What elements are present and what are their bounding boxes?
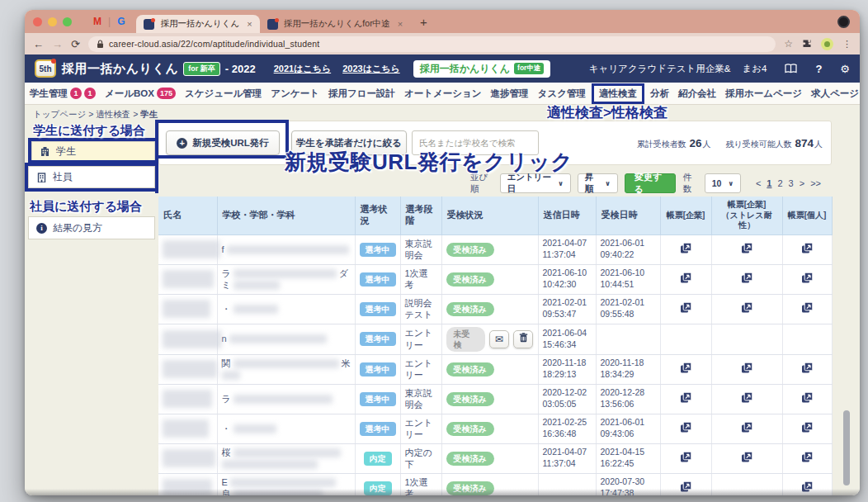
breadcrumb: トップページ > 適性検査 > 学生 <box>33 109 158 121</box>
report-individual-icon[interactable] <box>801 481 814 493</box>
nav-item-求人ページ[interactable]: 求人ページ <box>811 88 859 100</box>
report-company-stress-icon[interactable] <box>741 272 753 284</box>
google-icon[interactable]: G <box>117 16 125 27</box>
report-company-stress-icon[interactable] <box>741 242 753 254</box>
cell-report <box>660 324 711 354</box>
breadcrumb-home[interactable]: トップページ <box>33 109 86 119</box>
pagination-page-3[interactable]: 3 <box>789 178 794 188</box>
nav-item-進捗管理[interactable]: 進捗管理 <box>491 88 529 100</box>
total-examinees-stat: 累計受検者数 26人 <box>637 137 711 150</box>
new-tab-button[interactable]: + <box>420 15 427 29</box>
page-scrollbar-thumb[interactable] <box>843 410 850 485</box>
chevron-down-icon: ∨ <box>605 180 611 187</box>
nav-item-メールBOX[interactable]: メールBOX175 <box>105 88 176 100</box>
report-company-icon[interactable] <box>680 481 692 493</box>
nav-item-紹介会社[interactable]: 紹介会社 <box>678 88 716 100</box>
new-exam-url-button[interactable]: + 新規受検URL発行 <box>166 130 280 155</box>
report-company-icon[interactable] <box>680 391 692 404</box>
report-company-icon[interactable] <box>680 421 692 433</box>
settings-gear-icon[interactable]: ⚙ <box>840 64 850 74</box>
link-2023[interactable]: 2023はこちら <box>342 63 400 75</box>
report-company-stress-icon[interactable] <box>741 362 753 374</box>
pagination-prev[interactable]: < <box>756 178 761 188</box>
cell-selection-status: 選考中 <box>355 294 400 324</box>
selection-status-badge: 選考中 <box>360 332 396 346</box>
nav-item-アンケート[interactable]: アンケート <box>271 88 319 100</box>
sidebar-item-student[interactable]: 学生 <box>31 141 155 161</box>
browser-profile-icon[interactable] <box>837 16 850 28</box>
minimize-window-button[interactable] <box>48 17 57 26</box>
redacted-text <box>234 359 339 368</box>
nav-item-label: スケジュール管理 <box>185 88 262 100</box>
nav-item-オートメーション[interactable]: オートメーション <box>404 88 482 100</box>
browser-menu-icon[interactable]: ⋮ <box>842 39 851 50</box>
close-tab-icon[interactable]: × <box>247 19 252 29</box>
app-header: 5th 採用一括かんりくん for 新卒 - 2022 2021はこちら 202… <box>25 54 860 83</box>
report-company-icon[interactable] <box>680 272 692 284</box>
browser-tab-inactive[interactable]: 採用一括かんりくんfor中途 × <box>260 15 410 33</box>
close-window-button[interactable] <box>33 17 42 26</box>
sidebar-item-label: 社員 <box>53 170 73 184</box>
report-company-icon[interactable] <box>680 242 692 254</box>
apply-sort-button[interactable]: 変更する <box>625 173 677 193</box>
delete-button[interactable] <box>513 330 533 348</box>
report-individual-icon[interactable] <box>801 451 814 463</box>
report-individual-icon[interactable] <box>801 391 814 404</box>
report-individual-icon[interactable] <box>801 242 814 254</box>
forward-icon[interactable]: → <box>52 38 63 50</box>
report-company-stress-icon[interactable] <box>741 391 753 404</box>
report-company-icon[interactable] <box>680 301 692 314</box>
breadcrumb-aptitude[interactable]: 適性検査 <box>96 109 130 119</box>
report-company-stress-icon[interactable] <box>741 301 753 314</box>
pagination-page-1[interactable]: 1 <box>767 178 771 188</box>
report-company-stress-icon[interactable] <box>741 451 753 463</box>
resend-mail-button[interactable]: ✉ <box>489 330 509 348</box>
browser-tab-active[interactable]: 採用一括かんりくん × <box>136 15 259 33</box>
report-company-stress-icon[interactable] <box>741 421 753 433</box>
extensions-puzzle-icon[interactable] <box>802 39 812 49</box>
kanrikun-chuto-logo[interactable]: 採用一括かんりくん for中途 <box>413 60 551 78</box>
cell-report <box>782 443 832 473</box>
nav-item-スケジュール管理[interactable]: スケジュール管理 <box>185 88 262 100</box>
exam-status-badge: 受検済み <box>446 302 494 316</box>
pagination-page-2[interactable]: 2 <box>777 178 782 188</box>
report-individual-icon[interactable] <box>801 301 814 314</box>
account-avatar[interactable] <box>821 38 833 50</box>
bookmark-star-icon[interactable]: ☆ <box>784 38 793 50</box>
page-size-select[interactable]: 10 ∨ <box>705 173 741 193</box>
report-company-icon[interactable] <box>680 451 692 463</box>
help-icon[interactable]: ? <box>815 64 822 74</box>
nav-item-タスク管理[interactable]: タスク管理 <box>538 88 586 100</box>
gmail-icon[interactable]: M <box>93 16 101 27</box>
redacted-text <box>234 281 280 290</box>
column-header: 送信日時 <box>538 197 596 234</box>
link-2021[interactable]: 2021はこちら <box>274 63 332 75</box>
sort-direction-select[interactable]: 昇順 ∨ <box>578 173 618 193</box>
cell-report <box>782 354 832 384</box>
manual-book-icon[interactable] <box>785 64 797 73</box>
back-icon[interactable]: ← <box>33 38 44 50</box>
close-tab-icon[interactable]: × <box>398 19 403 29</box>
report-individual-icon[interactable] <box>801 272 814 284</box>
table-row: ラ選考中東京説明会受検済み2020-12-0203:05:052020-12-2… <box>158 384 832 414</box>
cell-report <box>782 473 832 495</box>
sidebar-item-results-guide[interactable]: i 結果の見方 <box>28 216 155 239</box>
pagination-next[interactable]: > <box>800 178 804 188</box>
nav-item-分析[interactable]: 分析 <box>650 88 669 100</box>
nav-item-適性検査[interactable]: 適性検査 <box>592 83 644 104</box>
sidebar-item-employee[interactable]: 社員 <box>28 166 155 188</box>
cell-taken-datetime: 2020-07-3017:47:38 <box>596 473 660 495</box>
nav-item-採用フロー設計[interactable]: 採用フロー設計 <box>328 88 395 100</box>
pagination-last[interactable]: >> <box>810 178 821 188</box>
report-company-icon[interactable] <box>680 362 692 374</box>
report-individual-icon[interactable] <box>801 421 814 433</box>
selected-option: 昇順 <box>585 172 598 195</box>
nav-item-学生管理[interactable]: 学生管理11 <box>30 88 96 100</box>
cell-selection-status: 選考中 <box>355 264 400 294</box>
reload-icon[interactable]: ⟳ <box>71 38 80 50</box>
cell-name <box>158 234 217 264</box>
address-field[interactable]: career-cloud.asia/22/com/aptitude/indivi… <box>88 36 776 52</box>
nav-item-採用ホームページ[interactable]: 採用ホームページ <box>725 88 802 100</box>
report-individual-icon[interactable] <box>801 362 814 374</box>
zoom-window-button[interactable] <box>63 17 72 26</box>
